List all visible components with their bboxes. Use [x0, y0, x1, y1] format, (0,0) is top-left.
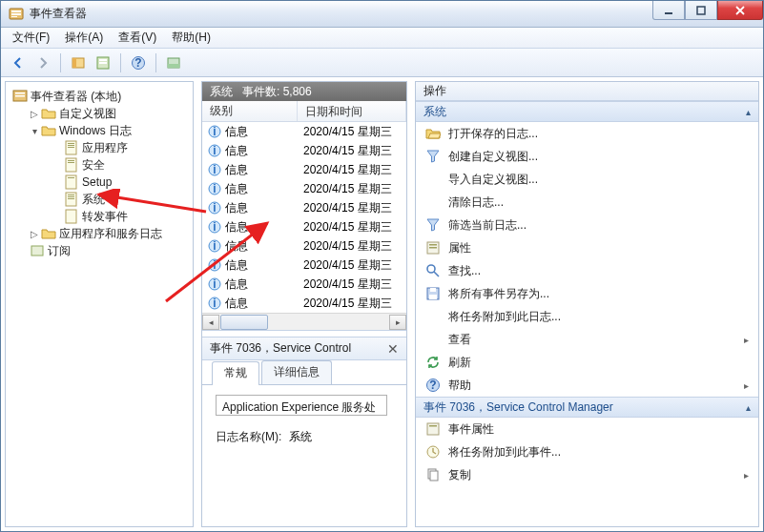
show-hide-tree-button[interactable]: [67, 51, 90, 74]
action-attach-task-to-log[interactable]: 将任务附加到此日志...: [416, 305, 758, 328]
action-filter-current-log[interactable]: 筛选当前日志...: [416, 214, 758, 236]
expand-icon[interactable]: ▷: [29, 108, 40, 119]
table-row[interactable]: i信息2020/4/15 星期三: [202, 179, 406, 198]
event-detail-pane: 事件 7036，Service Control ✕ 常规 详细信息 Applic…: [202, 337, 406, 526]
console-tree-pane[interactable]: 事件查看器 (本地) ▷自定义视图 ▾Windows 日志 应用程序 安全 Se…: [5, 81, 194, 527]
tab-general[interactable]: 常规: [212, 361, 259, 385]
menu-file[interactable]: 文件(F): [5, 28, 57, 48]
action-clear-log[interactable]: 清除日志...: [416, 191, 758, 214]
action-attach-task-to-event[interactable]: 将任务附加到此事件...: [416, 440, 758, 463]
action-copy[interactable]: 复制▸: [416, 463, 758, 486]
tree-setup[interactable]: Setup: [63, 174, 191, 191]
tree-root[interactable]: 事件查看器 (本地): [11, 88, 191, 105]
tree-label: 系统: [82, 192, 105, 208]
detail-close-button[interactable]: ✕: [387, 341, 399, 357]
blank-icon: [425, 172, 441, 187]
action-properties[interactable]: 属性: [416, 236, 758, 259]
action-help[interactable]: ?帮助▸: [416, 374, 758, 397]
menu-action[interactable]: 操作(A): [57, 28, 111, 48]
col-level[interactable]: 级别: [202, 101, 298, 121]
table-row[interactable]: i信息2020/4/15 星期三: [202, 236, 406, 256]
titlebar[interactable]: 事件查看器: [1, 1, 763, 28]
scroll-track[interactable]: [220, 315, 388, 330]
back-button[interactable]: [7, 51, 30, 74]
find-icon: [425, 263, 441, 278]
action-view[interactable]: 查看▸: [416, 328, 758, 351]
blank-icon: [425, 309, 441, 324]
tree-custom-views[interactable]: ▷自定义视图: [29, 105, 191, 122]
tab-details[interactable]: 详细信息: [261, 360, 332, 384]
scroll-left-button[interactable]: ◂: [202, 315, 219, 330]
menu-help[interactable]: 帮助(H): [164, 28, 218, 48]
action-open-saved-log[interactable]: 打开保存的日志...: [416, 122, 758, 145]
forward-button[interactable]: [31, 51, 54, 74]
table-row[interactable]: i信息2020/4/15 星期三: [202, 160, 406, 179]
filter-icon: [425, 217, 441, 233]
action-event-properties[interactable]: 事件属性: [416, 418, 758, 440]
table-row[interactable]: i信息2020/4/15 星期三: [202, 217, 406, 236]
table-row[interactable]: i信息2020/4/15 星期三: [202, 122, 406, 141]
action-find[interactable]: 查找...: [416, 259, 758, 282]
table-row[interactable]: i信息2020/4/15 星期三: [202, 275, 406, 294]
svg-rect-23: [68, 160, 74, 161]
table-row[interactable]: i信息2020/4/15 星期三: [202, 198, 406, 217]
scroll-thumb[interactable]: [220, 315, 268, 330]
scroll-right-button[interactable]: ▸: [389, 315, 406, 330]
collapse-icon[interactable]: ▾: [29, 125, 40, 136]
grid-body[interactable]: i信息2020/4/15 星期三 i信息2020/4/15 星期三 i信息202…: [202, 122, 406, 313]
window-title: 事件查看器: [30, 6, 652, 22]
action-refresh[interactable]: 刷新: [416, 351, 758, 374]
expand-icon[interactable]: ▷: [29, 228, 40, 239]
actions-group-system[interactable]: 系统▴: [416, 101, 758, 122]
actions-group-event[interactable]: 事件 7036，Service Control Manager▴: [416, 397, 758, 418]
detail-tabs: 常规 详细信息: [202, 360, 406, 385]
tree-forwarded[interactable]: 转发事件: [63, 208, 191, 225]
svg-rect-1: [11, 10, 21, 12]
console-tree[interactable]: 事件查看器 (本地) ▷自定义视图 ▾Windows 日志 应用程序 安全 Se…: [8, 88, 191, 259]
tree-subscriptions[interactable]: 订阅: [29, 242, 191, 259]
help-icon: ?: [425, 378, 441, 393]
actions-list[interactable]: 系统▴ 打开保存的日志... 创建自定义视图... 导入自定义视图... 清除日…: [416, 101, 758, 526]
maximize-button[interactable]: [685, 1, 717, 20]
event-description-box[interactable]: Application Experience 服务处: [216, 395, 387, 416]
detail-title: 事件 7036，Service Control: [210, 340, 351, 357]
svg-rect-58: [430, 288, 436, 292]
preview-pane-button[interactable]: [162, 51, 185, 74]
svg-text:i: i: [213, 277, 216, 291]
tree-application[interactable]: 应用程序: [63, 139, 191, 156]
svg-text:i: i: [213, 258, 216, 272]
col-datetime[interactable]: 日期和时间: [298, 101, 406, 121]
horizontal-scrollbar[interactable]: ◂ ▸: [202, 313, 406, 330]
collapse-icon[interactable]: ▴: [746, 402, 751, 413]
help-button[interactable]: ?: [127, 51, 150, 74]
events-grid[interactable]: 级别 日期和时间 i信息2020/4/15 星期三 i信息2020/4/15 星…: [202, 101, 406, 331]
svg-rect-66: [430, 471, 438, 481]
tree-security[interactable]: 安全: [63, 156, 191, 174]
info-icon: i: [208, 277, 221, 291]
svg-rect-19: [68, 143, 74, 144]
table-row[interactable]: i信息2020/4/15 星期三: [202, 256, 406, 275]
svg-text:i: i: [213, 182, 216, 195]
properties-button[interactable]: [92, 51, 114, 74]
toolbar-separator: [120, 53, 121, 72]
tree-system[interactable]: 系统: [63, 191, 191, 208]
tree-windows-logs[interactable]: ▾Windows 日志: [29, 122, 191, 139]
log-icon: [64, 209, 79, 224]
svg-rect-20: [68, 145, 74, 146]
action-import-custom-view[interactable]: 导入自定义视图...: [416, 168, 758, 191]
svg-rect-5: [697, 7, 705, 14]
table-row[interactable]: i信息2020/4/15 星期三: [202, 141, 406, 160]
svg-text:?: ?: [429, 379, 436, 392]
tree-label: 应用程序: [82, 140, 128, 156]
tree-app-service-logs[interactable]: ▷应用程序和服务日志: [29, 225, 191, 242]
action-create-custom-view[interactable]: 创建自定义视图...: [416, 145, 758, 168]
minimize-button[interactable]: [652, 1, 685, 20]
close-button[interactable]: [717, 1, 763, 20]
svg-text:i: i: [213, 201, 216, 215]
blank-icon: [425, 194, 441, 210]
collapse-icon[interactable]: ▴: [746, 107, 751, 117]
table-row[interactable]: i信息2020/4/15 星期三: [202, 294, 406, 313]
grid-header[interactable]: 级别 日期和时间: [202, 101, 406, 122]
action-save-all-events-as[interactable]: 将所有事件另存为...: [416, 282, 758, 305]
menu-view[interactable]: 查看(V): [111, 28, 164, 48]
